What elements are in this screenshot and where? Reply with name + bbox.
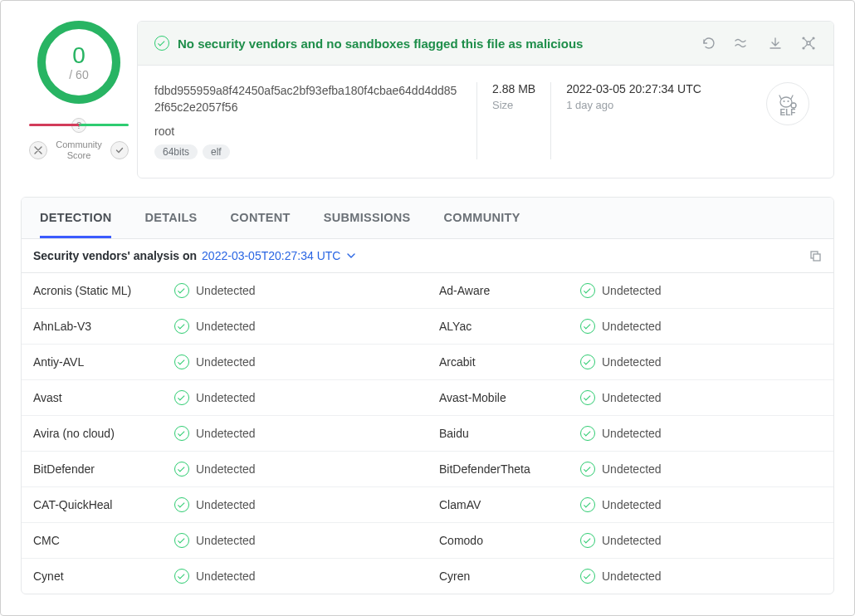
vendor-name: Comodo	[439, 534, 580, 547]
checkmark-icon	[174, 533, 189, 548]
svg-point-3	[812, 46, 814, 49]
file-summary-card: No security vendors and no sandboxes fla…	[137, 21, 834, 178]
file-name: root	[154, 125, 462, 138]
download-icon	[769, 37, 782, 50]
tab-community[interactable]: COMMUNITY	[444, 198, 520, 238]
file-tag[interactable]: elf	[203, 144, 230, 159]
vendor-name: Antiy-AVL	[33, 355, 174, 369]
tab-details[interactable]: DETAILS	[144, 198, 197, 238]
checkmark-icon	[174, 426, 189, 441]
vendor-verdict: Undetected	[174, 569, 256, 584]
detection-count: 0	[72, 43, 86, 69]
svg-point-1	[812, 37, 814, 39]
vendor-name: Ad-Aware	[439, 284, 580, 297]
verdict-banner: No security vendors and no sandboxes fla…	[138, 22, 833, 66]
vendor-verdict: Undetected	[580, 569, 662, 584]
checkmark-icon	[174, 569, 189, 584]
community-score-panel: ? CommunityScore	[29, 124, 129, 161]
checkmark-icon	[580, 319, 595, 334]
vendor-verdict: Undetected	[174, 533, 256, 548]
download-button[interactable]	[767, 35, 784, 51]
vendor-name: Arcabit	[439, 355, 580, 369]
svg-point-6	[783, 100, 784, 101]
vendor-verdict: Undetected	[580, 533, 662, 548]
checkmark-icon	[174, 319, 189, 334]
vendor-verdict: Undetected	[580, 462, 662, 477]
refresh-icon	[701, 36, 716, 51]
svg-rect-10	[813, 254, 820, 261]
vendor-verdict: Undetected	[580, 319, 662, 334]
checkmark-icon	[580, 462, 595, 477]
vendor-verdict: Undetected	[174, 497, 256, 512]
vendor-name: ALYac	[439, 320, 580, 333]
vendor-verdict: Undetected	[580, 283, 662, 298]
tab-detection[interactable]: DETECTION	[40, 198, 111, 238]
vendor-row: CynetUndetectedCyrenUndetected	[22, 559, 833, 594]
vendor-name: AhnLab-V3	[33, 320, 174, 333]
svg-point-0	[802, 37, 804, 39]
last-analysis-ago: 1 day ago	[566, 99, 701, 111]
checkmark-icon	[580, 390, 595, 405]
file-size-label: Size	[492, 99, 535, 111]
vendor-name: Baidu	[439, 427, 580, 440]
vendor-name: BitDefender	[33, 462, 174, 476]
vendor-row: Acronis (Static ML)UndetectedAd-AwareUnd…	[22, 273, 833, 309]
reanalyze-button[interactable]	[701, 35, 717, 51]
vendor-row: CAT-QuickHealUndetectedClamAVUndetected	[22, 487, 833, 523]
vendor-verdict: Undetected	[174, 283, 256, 298]
vendor-verdict: Undetected	[174, 426, 256, 441]
graph-icon	[801, 36, 816, 51]
checkmark-icon	[580, 497, 595, 512]
vendor-verdict: Undetected	[174, 354, 256, 369]
x-icon	[34, 146, 42, 154]
vendor-name: CMC	[33, 534, 174, 547]
community-score-label: CommunityScore	[56, 139, 102, 161]
copy-icon	[809, 249, 822, 262]
checkmark-icon	[580, 354, 595, 369]
similar-icon	[735, 37, 750, 49]
vendor-name: Cynet	[33, 570, 174, 583]
file-hash[interactable]: fdbd955959a8f42450af5ac2bf93efba180f4cba…	[154, 82, 462, 116]
vendor-verdict: Undetected	[174, 390, 256, 405]
vendor-verdict: Undetected	[580, 390, 662, 405]
analysis-heading-label: Security vendors' analysis on	[33, 249, 197, 262]
copy-results-button[interactable]	[809, 249, 822, 262]
check-icon	[115, 146, 124, 154]
vendor-name: Avast	[33, 391, 174, 404]
checkmark-icon	[174, 497, 189, 512]
vendor-name: CAT-QuickHeal	[33, 498, 174, 511]
checkmark-icon	[174, 462, 189, 477]
svg-point-4	[807, 42, 810, 45]
checkmark-icon	[580, 569, 595, 584]
detection-score-ring: 0 / 60	[37, 21, 120, 104]
svg-point-5	[780, 97, 792, 107]
tab-content[interactable]: CONTENT	[231, 198, 291, 238]
vendor-row: Avira (no cloud)UndetectedBaiduUndetecte…	[22, 416, 833, 452]
detection-score-panel: 0 / 60 ? CommunityScore	[21, 21, 137, 161]
vendor-row: BitDefenderUndetectedBitDefenderThetaUnd…	[22, 452, 833, 487]
checkmark-icon	[174, 390, 189, 405]
vendor-name: Cyren	[439, 570, 580, 583]
vendor-name: ClamAV	[439, 498, 580, 511]
detection-total: / 60	[69, 68, 88, 81]
vendor-verdict: Undetected	[580, 497, 662, 512]
more-actions-button[interactable]	[800, 35, 817, 51]
analysis-timestamp-dropdown[interactable]	[347, 253, 355, 258]
vote-malicious-button[interactable]	[29, 141, 47, 159]
vendor-verdict: Undetected	[174, 462, 256, 477]
vendor-verdict: Undetected	[174, 319, 256, 334]
vendor-name: Avira (no cloud)	[33, 427, 174, 440]
elf-icon	[778, 91, 798, 110]
similar-search-button[interactable]	[734, 35, 750, 51]
svg-point-7	[787, 100, 789, 101]
file-tag[interactable]: 64bits	[154, 144, 198, 159]
checkmark-icon	[580, 283, 595, 298]
vendor-row: Antiy-AVLUndetectedArcabitUndetected	[22, 345, 833, 380]
tab-submissions[interactable]: SUBMISSIONS	[324, 198, 411, 238]
vendor-row: CMCUndetectedComodoUndetected	[22, 523, 833, 559]
analysis-timestamp-link[interactable]: 2022-03-05T20:27:34 UTC	[202, 249, 340, 262]
checkmark-icon	[580, 533, 595, 548]
svg-point-2	[802, 46, 804, 49]
vote-harmless-button[interactable]	[110, 141, 129, 159]
vendor-name: Avast-Mobile	[439, 391, 580, 404]
